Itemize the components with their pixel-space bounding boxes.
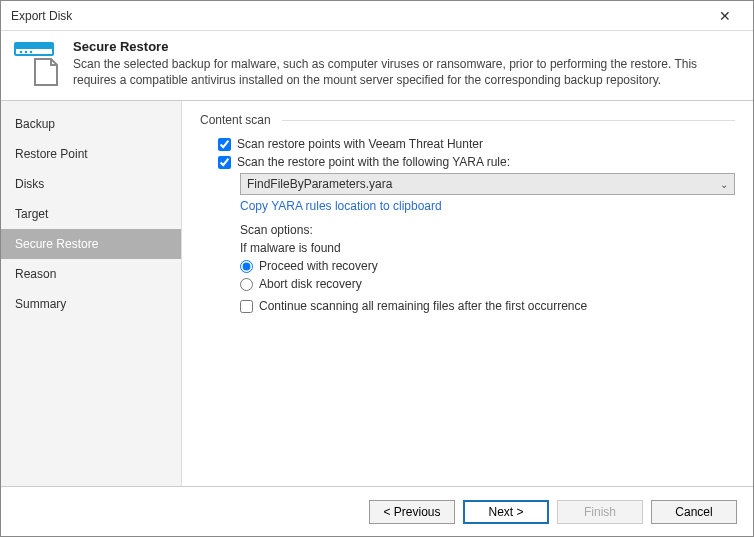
- sidebar: Backup Restore Point Disks Target Secure…: [1, 101, 182, 486]
- header-title: Secure Restore: [73, 39, 741, 54]
- svg-point-2: [20, 51, 23, 54]
- close-icon: ✕: [719, 8, 731, 24]
- row-yara: Scan the restore point with the followin…: [218, 155, 735, 169]
- row-radio-proceed: Proceed with recovery: [240, 259, 735, 273]
- row-copy-link: Copy YARA rules location to clipboard: [240, 199, 735, 213]
- copy-yara-link[interactable]: Copy YARA rules location to clipboard: [240, 199, 442, 213]
- export-disk-window: Export Disk ✕ Secure Restore Scan the se…: [0, 0, 754, 537]
- svg-rect-1: [15, 43, 53, 49]
- sidebar-item-secure-restore[interactable]: Secure Restore: [1, 229, 181, 259]
- svg-point-3: [25, 51, 28, 54]
- header-text: Secure Restore Scan the selected backup …: [73, 39, 741, 88]
- row-threat-hunter: Scan restore points with Veeam Threat Hu…: [218, 137, 735, 151]
- sidebar-item-disks[interactable]: Disks: [1, 169, 181, 199]
- label-proceed: Proceed with recovery: [259, 259, 378, 273]
- row-yara-dropdown: FindFileByParameters.yara ⌄: [240, 173, 735, 195]
- svg-point-4: [30, 51, 33, 54]
- checkbox-threat-hunter[interactable]: [218, 138, 231, 151]
- sidebar-item-restore-point[interactable]: Restore Point: [1, 139, 181, 169]
- header: Secure Restore Scan the selected backup …: [1, 31, 753, 101]
- secure-restore-icon: [13, 39, 61, 87]
- row-continue-scan: Continue scanning all remaining files af…: [240, 299, 735, 313]
- radio-proceed[interactable]: [240, 260, 253, 273]
- sidebar-item-summary[interactable]: Summary: [1, 289, 181, 319]
- label-threat-hunter: Scan restore points with Veeam Threat Hu…: [237, 137, 483, 151]
- sidebar-item-target[interactable]: Target: [1, 199, 181, 229]
- scan-options-label: Scan options:: [240, 223, 735, 237]
- yara-rule-dropdown[interactable]: FindFileByParameters.yara ⌄: [240, 173, 735, 195]
- footer: < Previous Next > Finish Cancel: [1, 486, 753, 536]
- row-radio-abort: Abort disk recovery: [240, 277, 735, 291]
- radio-abort[interactable]: [240, 278, 253, 291]
- sidebar-item-reason[interactable]: Reason: [1, 259, 181, 289]
- label-yara: Scan the restore point with the followin…: [237, 155, 510, 169]
- malware-found-label: If malware is found: [240, 241, 735, 255]
- close-button[interactable]: ✕: [705, 2, 745, 30]
- chevron-down-icon: ⌄: [720, 179, 728, 190]
- checkbox-yara[interactable]: [218, 156, 231, 169]
- header-description: Scan the selected backup for malware, su…: [73, 56, 741, 88]
- window-title: Export Disk: [11, 9, 705, 23]
- body: Backup Restore Point Disks Target Secure…: [1, 101, 753, 486]
- checkbox-continue-scan[interactable]: [240, 300, 253, 313]
- content-scan-group-label: Content scan: [200, 113, 735, 127]
- previous-button[interactable]: < Previous: [369, 500, 455, 524]
- label-abort: Abort disk recovery: [259, 277, 362, 291]
- label-continue-scan: Continue scanning all remaining files af…: [259, 299, 587, 313]
- cancel-button[interactable]: Cancel: [651, 500, 737, 524]
- yara-rule-value: FindFileByParameters.yara: [247, 177, 392, 191]
- sidebar-item-backup[interactable]: Backup: [1, 109, 181, 139]
- next-button[interactable]: Next >: [463, 500, 549, 524]
- titlebar: Export Disk ✕: [1, 1, 753, 31]
- finish-button[interactable]: Finish: [557, 500, 643, 524]
- content: Content scan Scan restore points with Ve…: [182, 101, 753, 486]
